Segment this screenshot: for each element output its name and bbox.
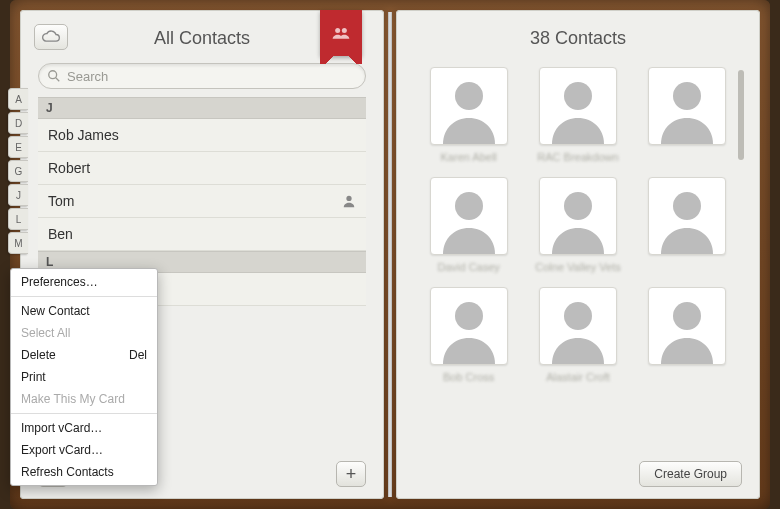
menu-item: Make This My Card	[11, 388, 157, 410]
search-icon	[47, 69, 61, 83]
contact-card[interactable]: Karen Abell	[424, 67, 513, 163]
person-icon	[655, 74, 719, 144]
contact-name: David Casey	[437, 261, 499, 273]
create-group-button[interactable]: Create Group	[639, 461, 742, 487]
bookmark-ribbon[interactable]	[320, 10, 362, 56]
person-icon	[437, 184, 501, 254]
menu-item[interactable]: Import vCard…	[11, 417, 157, 439]
menu-item[interactable]: Refresh Contacts	[11, 461, 157, 483]
svg-point-1	[342, 28, 347, 33]
index-tab-g[interactable]: G	[8, 160, 28, 182]
contact-name: Colne Valley Vets	[535, 261, 620, 273]
menu-item[interactable]: New Contact	[11, 300, 157, 322]
avatar	[539, 177, 617, 255]
context-menu: Preferences…New ContactSelect AllDeleteD…	[10, 268, 158, 486]
svg-point-5	[455, 82, 483, 110]
svg-point-2	[49, 71, 57, 79]
index-tab-d[interactable]: D	[8, 112, 28, 134]
avatar	[430, 177, 508, 255]
index-tab-l[interactable]: L	[8, 208, 28, 230]
svg-point-0	[335, 28, 340, 33]
menu-separator	[11, 296, 157, 297]
avatar	[430, 67, 508, 145]
avatar	[539, 287, 617, 365]
list-item[interactable]: Tom	[38, 185, 366, 218]
contact-card[interactable]: Bob Cross	[424, 287, 513, 383]
contact-card[interactable]	[643, 67, 732, 163]
svg-point-12	[564, 302, 592, 330]
list-section: J	[38, 97, 366, 119]
menu-item[interactable]: DeleteDel	[11, 344, 157, 366]
avatar	[539, 67, 617, 145]
page-title-right: 38 Contacts	[396, 28, 760, 49]
menu-item[interactable]: Preferences…	[11, 271, 157, 293]
person-icon	[655, 294, 719, 364]
contact-card[interactable]: Alastair Croft	[533, 287, 622, 383]
person-icon	[546, 184, 610, 254]
menu-item: Select All	[11, 322, 157, 344]
svg-line-3	[56, 78, 60, 82]
avatar	[648, 67, 726, 145]
book-spine	[388, 12, 392, 497]
person-icon	[546, 74, 610, 144]
contact-card[interactable]	[643, 287, 732, 383]
contact-card[interactable]: RAC Breakdown	[533, 67, 622, 163]
right-page: 38 Contacts Karen AbellRAC BreakdownDavi…	[396, 10, 760, 499]
add-button[interactable]: +	[336, 461, 366, 487]
search-input[interactable]	[38, 63, 366, 89]
list-item[interactable]: Ben	[38, 218, 366, 251]
index-tab-e[interactable]: E	[8, 136, 28, 158]
scrollbar[interactable]	[738, 70, 744, 160]
menu-separator	[11, 413, 157, 414]
index-tab-m[interactable]: M	[8, 232, 28, 254]
contact-grid: Karen AbellRAC BreakdownDavid CaseyColne…	[424, 67, 732, 499]
list-item[interactable]: Rob James	[38, 119, 366, 152]
avatar	[648, 287, 726, 365]
person-icon	[437, 74, 501, 144]
contact-card[interactable]: David Casey	[424, 177, 513, 273]
index-tab-j[interactable]: J	[8, 184, 28, 206]
contact-name: RAC Breakdown	[537, 151, 618, 163]
menu-item[interactable]: Print	[11, 366, 157, 388]
svg-point-13	[673, 302, 701, 330]
svg-point-9	[564, 192, 592, 220]
person-icon	[655, 184, 719, 254]
list-item[interactable]: Robert	[38, 152, 366, 185]
contact-card[interactable]: Colne Valley Vets	[533, 177, 622, 273]
avatar	[430, 287, 508, 365]
person-icon	[546, 294, 610, 364]
svg-point-8	[455, 192, 483, 220]
svg-point-7	[673, 82, 701, 110]
menu-item[interactable]: Export vCard…	[11, 439, 157, 461]
svg-point-10	[673, 192, 701, 220]
svg-point-6	[564, 82, 592, 110]
contact-card[interactable]	[643, 177, 732, 273]
index-tab-a[interactable]: A	[8, 88, 28, 110]
people-icon	[331, 26, 351, 40]
svg-point-4	[346, 196, 351, 201]
svg-point-11	[455, 302, 483, 330]
cloud-icon	[41, 30, 61, 44]
cloud-button[interactable]	[34, 24, 68, 50]
person-icon	[342, 194, 356, 208]
contact-name: Bob Cross	[443, 371, 494, 383]
avatar	[648, 177, 726, 255]
plus-icon: +	[346, 464, 357, 485]
contact-name: Alastair Croft	[546, 371, 610, 383]
contact-name: Karen Abell	[441, 151, 497, 163]
person-icon	[437, 294, 501, 364]
index-tabs: ADEGJLM	[8, 88, 28, 254]
